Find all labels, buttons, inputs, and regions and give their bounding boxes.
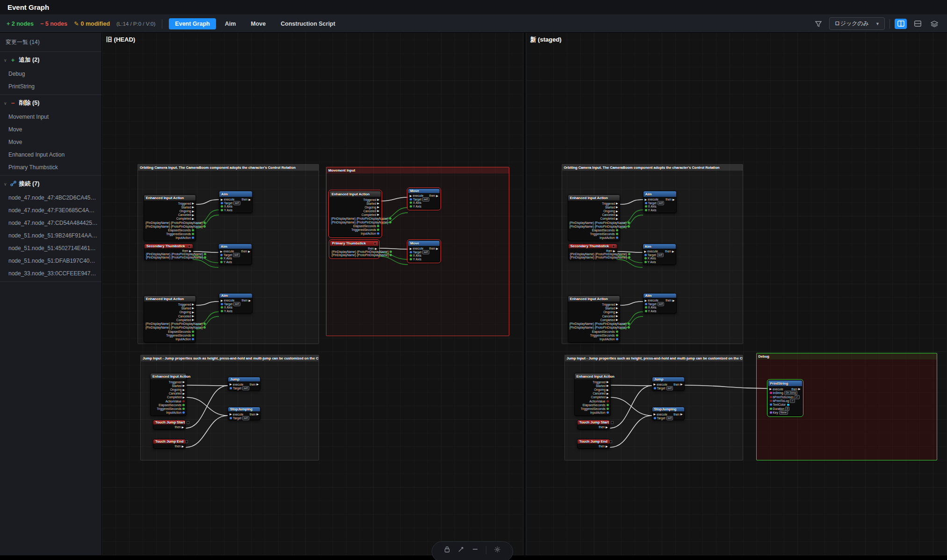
exec-pin: then▶ xyxy=(606,249,615,252)
node-aim2[interactable]: Aim▶executethen▶TargetselfX AxisY Axis xyxy=(218,244,252,265)
node-aim3[interactable]: Aim▶executethen▶TargetselfX AxisY Axis xyxy=(219,293,253,314)
node-title: Touch Jump Start xyxy=(153,420,185,424)
node-aim2[interactable]: Aim▶executethen▶TargetselfX AxisY Axis xyxy=(643,244,676,265)
node-tje[interactable]: Touch Jump Endthen▶ xyxy=(153,439,186,449)
gear-icon[interactable] xyxy=(494,546,501,553)
change-item[interactable]: Move xyxy=(0,123,101,136)
data-pin: InputAction xyxy=(590,411,609,414)
node-marker-icon xyxy=(612,245,615,248)
exec-pin: Completed▶ xyxy=(361,213,379,216)
change-item[interactable]: Movement Input xyxy=(0,110,101,123)
change-item[interactable]: node_51.node_51:DFAB197C40B5... xyxy=(0,254,101,267)
change-item[interactable]: Move xyxy=(0,136,101,148)
exec-pin: Canceled▶ xyxy=(363,209,379,213)
change-item[interactable]: node_51.node_51:9B246F914AAB... xyxy=(0,229,101,242)
tab-aim[interactable]: Aim xyxy=(219,18,242,29)
pin-value[interactable]: None xyxy=(779,410,788,415)
node-sec_thumb[interactable]: Secondary Thumbstickthen▶{PinDisplayName… xyxy=(144,244,193,260)
data-pin: {PinDisplayName} {ProtoPinDisplayName} xyxy=(146,256,206,259)
filter-icon[interactable] xyxy=(812,19,824,29)
data-pin: ElapsedSeconds xyxy=(583,403,609,407)
tab-construction-script[interactable]: Construction Script xyxy=(275,18,341,29)
node-move1[interactable]: Move▶executethen▶TargetselfX AxisY Axis xyxy=(408,188,440,209)
change-item[interactable]: node_47.node_47:F3E0685C4AACF... xyxy=(0,204,101,216)
node-jump[interactable]: Jump▶executethen▶Targetself xyxy=(228,377,260,391)
node-prim_thumb[interactable]: Primary Thumbstickthen▶{PinDisplayName} … xyxy=(330,240,379,258)
exec-pin: ▶execute xyxy=(230,383,243,386)
pin-value[interactable]: self xyxy=(242,386,249,390)
old-graph-panel[interactable]: 旧 (HEAD) Orbiting Camera Input. The Came… xyxy=(102,33,523,555)
section-header-removed[interactable]: ∨−削除 (5) xyxy=(0,95,101,110)
change-item[interactable]: node_51.node_51:4502714E461CC... xyxy=(0,242,101,254)
node-stopjump[interactable]: StopJumping▶executethen▶Targetself xyxy=(228,407,260,420)
new-graph-panel[interactable]: 新 (staged) Orbiting Camera Input. The Ca… xyxy=(526,33,947,555)
node-eia_jump[interactable]: Enhanced Input ActionTriggered▶Started▶O… xyxy=(574,373,611,416)
exec-pin: ▶execute xyxy=(654,413,667,416)
data-pin: {PinDisplayName} {ProtoPinDisplayName} xyxy=(570,221,630,224)
node-tjs[interactable]: Touch Jump Startthen▶ xyxy=(153,420,186,430)
exec-pin: then▶ xyxy=(175,425,184,429)
exec-pin: Canceled▶ xyxy=(602,213,618,216)
comment-label: Jump Input - Jump properties such as hei… xyxy=(565,355,743,361)
exec-pin: then▶ xyxy=(665,250,674,253)
split-rows-view-button[interactable] xyxy=(911,19,924,29)
split-columns-view-button[interactable] xyxy=(895,19,907,29)
section-header-added[interactable]: ∨+追加 (2) xyxy=(0,52,101,67)
data-pin: {PinDisplayName} {ProtoPinDisplayName} xyxy=(145,322,206,325)
data-pin: ElapsedSeconds xyxy=(592,229,618,232)
link-icon xyxy=(10,180,16,188)
node-title: StopJumping xyxy=(228,407,260,411)
lock-icon[interactable] xyxy=(444,546,450,553)
node-jump[interactable]: Jump▶executethen▶Targetself xyxy=(652,377,685,391)
tab-move[interactable]: Move xyxy=(245,18,272,29)
section-header-connections[interactable]: ∨接続 (7) xyxy=(0,176,101,191)
node-eia_cam2[interactable]: Enhanced Input ActionTriggered▶Started▶O… xyxy=(568,295,620,343)
change-list-title: 変更一覧 (14) xyxy=(0,33,101,52)
pin-value[interactable]: ✓ xyxy=(795,395,800,399)
node-aim1[interactable]: Aim▶executethen▶TargetselfX AxisY Axis xyxy=(219,191,253,213)
pan-tool-icon[interactable] xyxy=(458,546,464,553)
pin-value[interactable]: self xyxy=(242,416,249,420)
data-pin: InputAction xyxy=(361,232,379,235)
data-pin: TriggeredSeconds xyxy=(351,228,379,231)
node-eia_jump[interactable]: Enhanced Input ActionTriggered▶Started▶O… xyxy=(150,373,187,416)
app-window: Event Graph + 2 nodes − 5 nodes ✎0 modif… xyxy=(0,0,947,560)
node-printstring[interactable]: PrintString▶executethen▶InStringOn Jumpb… xyxy=(768,380,802,416)
data-pin: {PinDisplayName} {ProtoPinDisplayName} xyxy=(570,256,630,259)
toolbar-separator xyxy=(162,19,162,29)
pin-value[interactable]: self xyxy=(666,416,673,420)
color-swatch[interactable] xyxy=(787,403,790,406)
data-pin: {PinDisplayName} {ProtoPinDisplayName} xyxy=(331,221,391,224)
layers-view-button[interactable] xyxy=(928,19,940,29)
node-tje[interactable]: Touch Jump Endthen▶ xyxy=(577,439,610,449)
node-marker-icon xyxy=(188,245,191,248)
change-item[interactable]: node_47.node_47:4BC2D6CA4510... xyxy=(0,191,101,204)
tab-event-graph[interactable]: Event Graph xyxy=(169,18,216,29)
node-tjs[interactable]: Touch Jump Startthen▶ xyxy=(577,420,610,430)
node-aim1[interactable]: Aim▶executethen▶TargetselfX AxisY Axis xyxy=(643,191,677,213)
node-aim3[interactable]: Aim▶executethen▶TargetselfX AxisY Axis xyxy=(643,293,677,314)
change-item[interactable]: node_33.node_33:0CCFEEE947A6... xyxy=(0,267,101,280)
pin-value[interactable]: self xyxy=(666,386,673,390)
node-eia_cam1[interactable]: Enhanced Input ActionTriggered▶Started▶O… xyxy=(568,194,620,241)
change-item[interactable]: node_47.node_47:CD54A4844259... xyxy=(0,216,101,229)
section-label: 削除 (5) xyxy=(19,99,40,107)
pin-value[interactable]: ✓ xyxy=(790,399,795,403)
change-item[interactable]: Primary Thumbstick xyxy=(0,161,101,173)
zoom-out-icon[interactable] xyxy=(472,546,478,553)
node-eia_mov[interactable]: Enhanced Input ActionTriggered▶Started▶O… xyxy=(329,191,381,237)
node-stopjump[interactable]: StopJumping▶executethen▶Targetself xyxy=(652,407,685,420)
node-move2[interactable]: Move▶executethen▶TargetselfX AxisY Axis xyxy=(408,240,440,262)
filter-mode-select[interactable]: ロジックのみ ▼ xyxy=(829,17,885,30)
node-sec_thumb[interactable]: Secondary Thumbstickthen▶{PinDisplayName… xyxy=(568,244,617,260)
exec-pin: Started▶ xyxy=(605,307,618,310)
exec-pin: Started▶ xyxy=(181,206,194,209)
change-item[interactable]: PrintString xyxy=(0,80,101,93)
exec-pin: then▶ xyxy=(791,388,800,391)
change-item[interactable]: Debug xyxy=(0,67,101,80)
node-eia_cam1[interactable]: Enhanced Input ActionTriggered▶Started▶O… xyxy=(144,194,196,241)
node-eia_cam2[interactable]: Enhanced Input ActionTriggered▶Started▶O… xyxy=(144,295,196,343)
change-item[interactable]: Enhanced Input Action xyxy=(0,148,101,161)
exec-pin: Started▶ xyxy=(172,384,185,388)
node-title: Jump xyxy=(228,377,260,381)
